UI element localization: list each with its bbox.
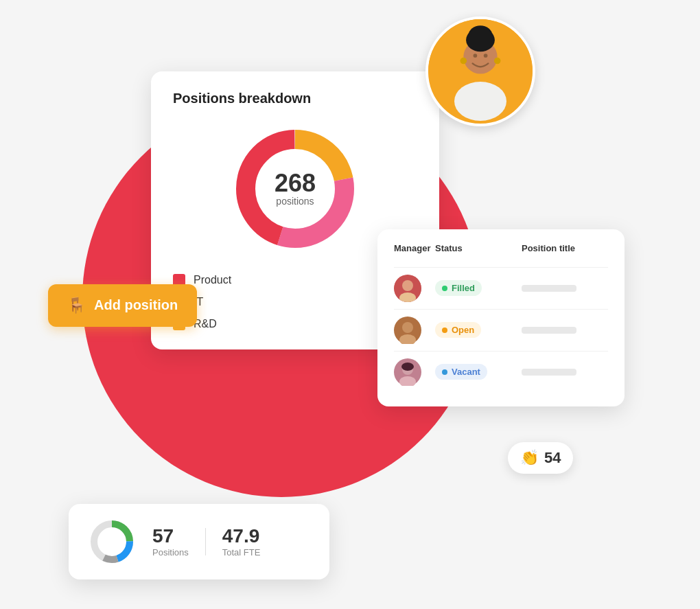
clap-value: 54: [544, 449, 561, 467]
stats-card: 57 Positions 47.9 Total FTE: [69, 504, 329, 579]
status-badge-open: Open: [435, 322, 522, 338]
status-filled-label: Filled: [452, 283, 475, 293]
svg-point-22: [401, 363, 414, 371]
manager-avatar-2: [394, 317, 421, 344]
positions-value: 57: [152, 525, 189, 547]
legend-label-rd: R&D: [194, 318, 217, 330]
status-badge-vacant: Vacant: [435, 364, 522, 380]
add-position-button[interactable]: 🪑 Add position: [48, 284, 197, 327]
positions-table-card: Manager Status Position title Filled: [377, 229, 625, 406]
dot-open: [442, 328, 447, 333]
table-row: Filled: [394, 267, 608, 309]
svg-point-3: [466, 28, 495, 51]
manager-avatar-1: [394, 275, 421, 302]
status-badge-filled: Filled: [435, 280, 522, 296]
chair-icon: 🪑: [67, 297, 86, 314]
stats-numbers: 57 Positions 47.9 Total FTE: [152, 525, 310, 558]
table-header: Manager Status Position title: [394, 243, 608, 259]
clap-badge: 👏 54: [508, 442, 573, 474]
manager-avatar-3: [394, 358, 421, 386]
dot-vacant: [442, 369, 447, 375]
status-vacant-label: Vacant: [452, 367, 480, 377]
legend-label-product: Product: [194, 274, 231, 286]
card-title: Positions breakdown: [173, 91, 417, 106]
status-open-label: Open: [452, 325, 474, 335]
add-position-label: Add position: [94, 297, 178, 313]
position-title-2: [522, 327, 576, 334]
svg-point-8: [494, 57, 501, 64]
table-row: Open: [394, 309, 608, 351]
stats-donut-chart: [88, 518, 136, 566]
fte-value: 47.9: [222, 525, 261, 547]
svg-point-4: [454, 82, 506, 121]
svg-point-17: [402, 322, 413, 333]
col-status: Status: [435, 243, 522, 253]
stats-divider: [205, 528, 206, 555]
svg-point-14: [402, 280, 413, 291]
col-manager: Manager: [394, 243, 435, 253]
stats-positions: 57 Positions: [152, 525, 189, 558]
svg-point-5: [474, 54, 478, 58]
dot-filled: [442, 286, 447, 291]
svg-point-7: [460, 57, 467, 64]
clap-icon: 👏: [520, 449, 539, 467]
table-row: Vacant: [394, 351, 608, 393]
col-position-title: Position title: [522, 243, 608, 253]
position-title-3: [522, 369, 576, 376]
position-title-1: [522, 285, 576, 292]
scene: Positions breakdown 268 positions Produc…: [41, 30, 659, 579]
positions-count: 268: [275, 171, 316, 196]
stats-fte: 47.9 Total FTE: [222, 525, 261, 558]
profile-avatar: [425, 16, 535, 126]
svg-point-6: [484, 54, 488, 58]
donut-center: 268 positions: [275, 171, 316, 207]
positions-stat-label: Positions: [152, 547, 189, 558]
positions-label: positions: [275, 196, 316, 207]
fte-label: Total FTE: [222, 547, 261, 558]
